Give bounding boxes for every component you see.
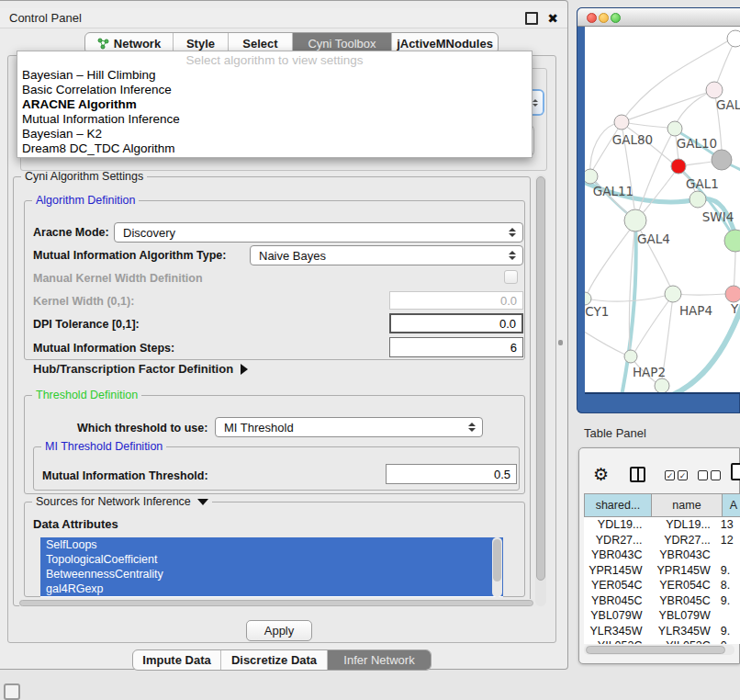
node-label: GAL1: [686, 176, 719, 191]
network-icon: [97, 38, 109, 50]
close-panel-icon[interactable]: ✖: [547, 14, 558, 23]
algorithm-dropdown-placeholder: Select algorithm to view settings: [17, 53, 532, 68]
bottom-tab-impute-data[interactable]: Impute Data: [133, 650, 221, 670]
settings-vscrollbar[interactable]: [535, 175, 546, 606]
threshold-definition-title: Threshold Definition: [32, 389, 141, 401]
network-node[interactable]: [671, 159, 686, 174]
network-edge: [585, 296, 665, 301]
network-node[interactable]: [585, 169, 598, 184]
network-node[interactable]: [585, 292, 591, 305]
hub-definition-toggle[interactable]: Hub/Transcription Factor Definition: [33, 362, 248, 376]
network-edge: [585, 330, 625, 355]
network-edge: [592, 123, 622, 171]
network-node[interactable]: [624, 209, 646, 231]
network-node[interactable]: [706, 82, 723, 98]
data-attribute-item[interactable]: gal4RGexp: [40, 581, 503, 596]
which-threshold-label: Which threshold to use:: [77, 422, 207, 435]
tab-label: jActiveMNodules: [397, 37, 493, 51]
aracne-mode-value: Discovery: [123, 226, 175, 240]
window-minimize-icon[interactable]: [599, 13, 609, 23]
kernel-width-field[interactable]: 0.0: [389, 291, 523, 310]
combo-arrows-icon: [468, 423, 476, 432]
minimized-panel-icon[interactable]: [4, 683, 20, 700]
network-node[interactable]: [712, 150, 732, 170]
network-canvas[interactable]: GALGAL80GAL10GAL1GAL11SWI4GAL4GCY1HAP4YH…: [585, 27, 740, 394]
mi-steps-field[interactable]: 6: [389, 337, 523, 357]
mi-algorithm-type-combo[interactable]: Naive Bayes: [250, 245, 523, 265]
data-attributes-label: Data Attributes: [33, 517, 118, 531]
window-zoom-icon[interactable]: [611, 13, 621, 23]
node-label: GAL10: [677, 136, 717, 151]
table-panel-window: [578, 447, 740, 664]
algorithm-option[interactable]: ARACNE Algorithm: [17, 97, 532, 112]
algorithm-option[interactable]: Basic Correlation Inference: [17, 83, 532, 97]
network-edge: [622, 90, 714, 122]
node-label: Y: [730, 301, 739, 316]
network-node[interactable]: [624, 350, 637, 363]
table-panel-title: Table Panel: [584, 426, 646, 440]
network-node[interactable]: [655, 378, 669, 393]
network-node[interactable]: [724, 230, 740, 252]
algorithm-option[interactable]: Dream8 DC_TDC Algorithm: [17, 141, 532, 156]
data-attribute-item[interactable]: TopologicalCoefficient: [40, 552, 503, 567]
combo-arrows-icon: [509, 228, 516, 237]
kernel-width-value: 0.0: [500, 294, 517, 308]
algorithm-dropdown-popup: Select algorithm to view settings Bayesi…: [17, 51, 533, 158]
settings-hscrollbar[interactable]: [18, 599, 538, 607]
attribute-list-scrollbar[interactable]: [492, 537, 502, 597]
network-edge: [622, 39, 732, 121]
mi-steps-value: 6: [510, 341, 517, 355]
combo-arrows-icon: [509, 251, 516, 260]
tab-label: Infer Network: [343, 653, 414, 667]
node-label: GAL: [716, 97, 740, 112]
node-label: GCY1: [585, 304, 609, 319]
node-label: HAP4: [679, 303, 712, 318]
network-view-titlebar[interactable]: [577, 8, 740, 27]
node-label: HAP2: [633, 365, 666, 379]
algorithm-definition-title: Algorithm Definition: [32, 194, 139, 207]
dpi-tolerance-value: 0.0: [499, 317, 516, 331]
algorithm-dropdown-list: Bayesian – Hill ClimbingBasic Correlatio…: [17, 68, 532, 156]
expanded-arrow-icon: [197, 499, 208, 505]
node-label: GAL4: [637, 231, 670, 246]
network-node[interactable]: [727, 30, 740, 47]
data-attribute-item[interactable]: BetweennessCentrality: [40, 567, 503, 581]
mi-threshold-field[interactable]: 0.5: [386, 464, 517, 484]
network-edge: [643, 167, 678, 213]
manual-kernel-width-checkbox[interactable]: [504, 270, 518, 284]
network-node[interactable]: [665, 286, 681, 302]
data-attribute-item[interactable]: SelfLoops: [40, 537, 503, 552]
network-node[interactable]: [725, 286, 740, 302]
control-panel-title: Control Panel: [9, 11, 82, 25]
sources-title: Sources for Network Inference: [36, 495, 191, 508]
mi-algorithm-type-label: Mutual Information Algorithm Type:: [33, 249, 226, 262]
split-pane-handle[interactable]: [558, 340, 563, 345]
manual-kernel-width-label: Manual Kernel Width Definition: [33, 272, 203, 285]
mi-steps-label: Mutual Information Steps:: [33, 342, 174, 355]
network-view-window: GALGAL80GAL10GAL1GAL11SWI4GAL4GCY1HAP4YH…: [577, 7, 740, 413]
which-threshold-combo[interactable]: MI Threshold: [215, 417, 483, 437]
network-graph: GALGAL80GAL10GAL1GAL11SWI4GAL4GCY1HAP4YH…: [585, 27, 740, 394]
tab-label: Discretize Data: [231, 653, 317, 667]
sources-toggle[interactable]: Sources for Network Inference: [32, 495, 212, 508]
bottom-tabbar: Impute DataDiscretize DataInfer Network: [132, 649, 432, 671]
dpi-tolerance-field[interactable]: 0.0: [389, 313, 523, 333]
node-label: SWI4: [702, 209, 734, 224]
algorithm-option[interactable]: Bayesian – K2: [17, 127, 532, 141]
algorithm-option[interactable]: Bayesian – Hill Climbing: [17, 68, 532, 83]
bottom-tab-discretize-data[interactable]: Discretize Data: [221, 650, 328, 670]
float-panel-icon[interactable]: [525, 12, 538, 25]
network-edge: [588, 222, 635, 293]
which-threshold-value: MI Threshold: [224, 421, 294, 435]
network-node[interactable]: [667, 121, 682, 136]
network-node[interactable]: [690, 191, 706, 208]
data-attributes-list[interactable]: SelfLoopsTopologicalCoefficientBetweenne…: [40, 537, 503, 597]
bottom-tab-infer-network[interactable]: Infer Network: [328, 650, 431, 670]
apply-button[interactable]: Apply: [246, 620, 312, 641]
tab-label: Network: [114, 37, 161, 51]
mi-threshold-value: 0.5: [494, 468, 510, 481]
network-node[interactable]: [614, 115, 629, 130]
algorithm-option[interactable]: Mutual Information Inference: [17, 112, 532, 127]
aracne-mode-combo[interactable]: Discovery: [114, 222, 523, 243]
window-close-icon[interactable]: [587, 13, 597, 23]
